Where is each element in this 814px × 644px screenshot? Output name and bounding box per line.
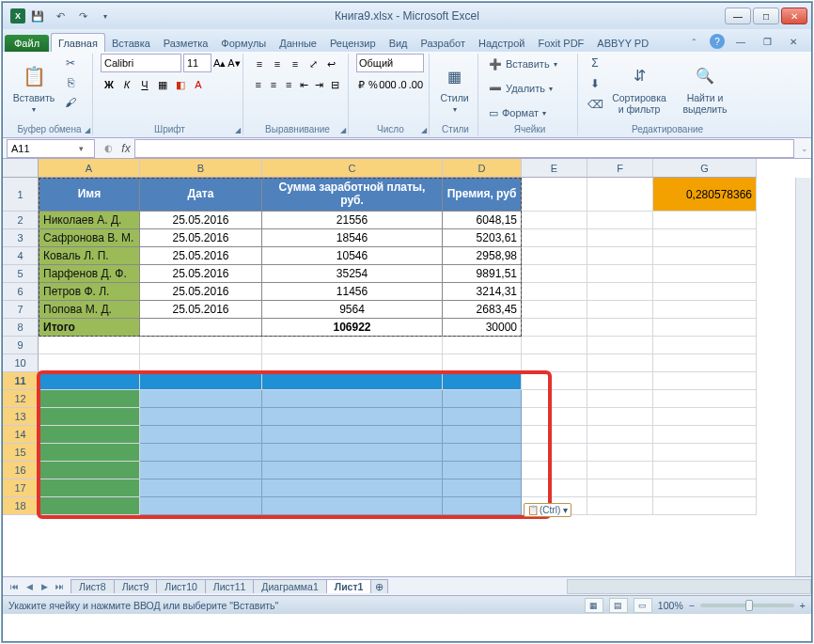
tab-file[interactable]: Файл — [5, 35, 49, 52]
cell[interactable] — [653, 426, 757, 444]
sheet-nav-last[interactable]: ⏭ — [52, 579, 67, 594]
font-size-input[interactable] — [183, 54, 211, 72]
name-box-dropdown[interactable]: ▾ — [73, 144, 88, 153]
row-header[interactable]: 4 — [3, 247, 39, 265]
sort-filter-button[interactable]: ⇵ Сортировка и фильтр — [608, 54, 670, 122]
tab-insert[interactable]: Вставка — [105, 34, 157, 52]
cell[interactable]: 106922 — [262, 319, 443, 337]
cell[interactable] — [262, 408, 443, 426]
help-icon[interactable]: ? — [710, 34, 725, 49]
tab-view[interactable]: Вид — [383, 34, 415, 52]
cell[interactable] — [262, 462, 443, 479]
cell[interactable] — [522, 408, 587, 426]
cell[interactable]: Петров Ф. Л. — [39, 283, 140, 301]
cell[interactable] — [522, 301, 587, 319]
row-header[interactable]: 13 — [3, 408, 39, 426]
cell[interactable] — [443, 390, 522, 408]
cell[interactable]: 35254 — [262, 265, 443, 283]
row-header[interactable]: 3 — [3, 229, 39, 247]
cell[interactable] — [587, 212, 653, 229]
cell[interactable] — [587, 319, 653, 337]
formula-bar-expand[interactable]: ⌄ — [798, 144, 811, 153]
cell[interactable] — [262, 426, 443, 444]
merge-button[interactable]: ⊟ — [328, 76, 342, 93]
cell[interactable]: Попова М. Д. — [39, 301, 140, 319]
cell[interactable] — [39, 444, 140, 462]
cell[interactable] — [653, 444, 757, 462]
zoom-level[interactable]: 100% — [658, 600, 683, 611]
cell[interactable] — [39, 426, 140, 444]
name-box-input[interactable] — [8, 143, 73, 154]
tab-developer[interactable]: Разработ — [415, 34, 472, 52]
qat-save[interactable]: 💾 — [27, 6, 48, 26]
fx-button[interactable]: fx — [117, 142, 134, 155]
tab-home[interactable]: Главная — [51, 33, 105, 52]
cell[interactable] — [522, 265, 587, 283]
cell[interactable] — [587, 497, 653, 515]
cell[interactable] — [522, 283, 587, 301]
cell[interactable]: 6048,15 — [443, 212, 522, 229]
select-all-corner[interactable] — [3, 159, 39, 178]
comma-button[interactable]: 000 — [379, 76, 396, 93]
row-header[interactable]: 5 — [3, 265, 39, 283]
col-header[interactable]: C — [262, 159, 443, 178]
vertical-scrollbar[interactable] — [795, 178, 811, 576]
view-normal-button[interactable]: ▦ — [585, 598, 603, 613]
wrap-text-button[interactable]: ↩ — [322, 55, 339, 72]
cell[interactable] — [653, 408, 757, 426]
sheet-tab[interactable]: Лист10 — [156, 579, 206, 593]
cell[interactable] — [39, 497, 140, 515]
tab-addins[interactable]: Надстрой — [472, 34, 531, 52]
inc-decimal-button[interactable]: .0 — [397, 76, 407, 93]
cell[interactable]: 25.05.2016 — [140, 301, 262, 319]
row-header[interactable]: 16 — [3, 462, 39, 479]
tab-foxit[interactable]: Foxit PDF — [531, 34, 590, 52]
row-header[interactable]: 12 — [3, 390, 39, 408]
cell[interactable] — [587, 426, 653, 444]
cell[interactable] — [587, 354, 653, 372]
autosum-button[interactable]: Σ — [586, 54, 604, 72]
cell[interactable] — [140, 497, 262, 515]
cell[interactable] — [653, 265, 757, 283]
cell[interactable]: Дата — [140, 178, 262, 212]
cell[interactable]: 0,280578366 — [653, 178, 757, 212]
cell[interactable] — [587, 479, 653, 497]
cell[interactable] — [522, 212, 587, 229]
cell[interactable] — [140, 354, 262, 372]
new-sheet-button[interactable]: ⊕ — [370, 579, 388, 593]
row-header[interactable]: 11 — [3, 372, 39, 390]
cell[interactable] — [587, 390, 653, 408]
cell[interactable] — [262, 372, 443, 390]
cell[interactable] — [522, 247, 587, 265]
cell[interactable]: 3214,31 — [443, 283, 522, 301]
cell[interactable] — [39, 408, 140, 426]
cell[interactable] — [39, 337, 140, 354]
cell[interactable] — [522, 444, 587, 462]
cell[interactable] — [262, 497, 443, 515]
ribbon-minimize[interactable]: ⌃ — [683, 31, 704, 52]
mdi-close[interactable]: ✕ — [783, 31, 804, 52]
cell[interactable] — [587, 301, 653, 319]
align-center-button[interactable]: ≡ — [266, 76, 280, 93]
cell[interactable]: 9564 — [262, 301, 443, 319]
cell[interactable] — [653, 301, 757, 319]
cell[interactable] — [39, 479, 140, 497]
col-header[interactable]: A — [39, 159, 140, 178]
row-header[interactable]: 10 — [3, 354, 39, 372]
align-right-button[interactable]: ≡ — [282, 76, 296, 93]
grow-font-button[interactable]: A▴ — [213, 55, 226, 71]
cell[interactable]: 25.05.2016 — [140, 212, 262, 229]
clear-button[interactable]: ⌫ — [586, 95, 604, 114]
cell[interactable]: Николаев А. Д. — [39, 212, 140, 229]
cell[interactable] — [653, 247, 757, 265]
sheet-nav-next[interactable]: ▶ — [37, 579, 52, 594]
percent-button[interactable]: % — [368, 76, 378, 93]
cell[interactable] — [443, 337, 522, 354]
cell[interactable] — [262, 354, 443, 372]
cell[interactable]: Премия, руб — [443, 178, 522, 212]
font-name-input[interactable] — [101, 54, 181, 72]
cell[interactable]: Сафронова В. М. — [39, 229, 140, 247]
close-button[interactable]: ✕ — [781, 8, 807, 24]
cell[interactable]: Парфенов Д. Ф. — [39, 265, 140, 283]
underline-button[interactable]: Ч — [136, 76, 153, 93]
